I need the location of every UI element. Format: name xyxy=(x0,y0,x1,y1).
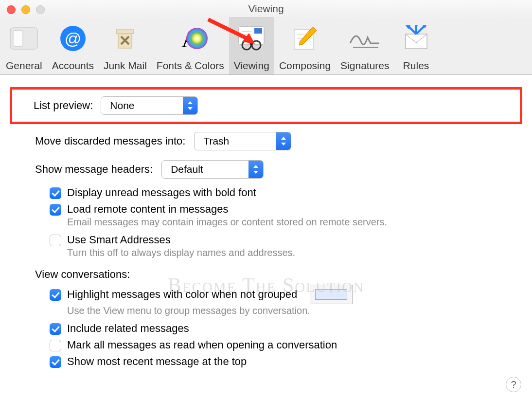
tab-signatures[interactable]: Signatures xyxy=(336,17,394,74)
show-recent-label: Show most recent message at the top xyxy=(67,355,247,368)
svg-rect-11 xyxy=(254,28,262,34)
move-discarded-value: Trash xyxy=(195,135,238,147)
highlight-color-swatch xyxy=(315,289,347,300)
at-sign-icon: @ xyxy=(59,25,87,52)
trash-bin-icon xyxy=(111,25,139,52)
tab-rules[interactable]: Rules xyxy=(394,17,438,74)
list-preview-value: None xyxy=(101,100,143,111)
move-discarded-label: Move discarded messages into: xyxy=(35,135,185,147)
tab-junk-mail[interactable]: Junk Mail xyxy=(99,17,152,74)
display-unread-checkbox[interactable] xyxy=(50,187,61,199)
viewing-glasses-icon xyxy=(237,25,266,52)
svg-rect-1 xyxy=(13,31,23,46)
include-related-label: Include related messages xyxy=(67,322,189,335)
smart-addresses-checkbox[interactable] xyxy=(50,235,61,246)
content-pane: List preview: None Move discarded messag… xyxy=(0,75,532,402)
tab-label: General xyxy=(6,60,42,72)
mark-read-checkbox[interactable] xyxy=(50,340,61,351)
annotation-highlight-box: List preview: None xyxy=(10,87,522,124)
tab-fonts-colors[interactable]: A Fonts & Colors xyxy=(152,17,229,74)
message-headers-select[interactable]: Default xyxy=(161,160,264,179)
highlight-color-well[interactable] xyxy=(310,285,353,304)
tab-label: Accounts xyxy=(52,60,94,72)
svg-rect-5 xyxy=(116,30,134,34)
title-bar: Viewing xyxy=(0,0,532,18)
view-conversations-label: View conversations: xyxy=(35,268,522,281)
tab-composing[interactable]: Composing xyxy=(274,17,336,74)
show-recent-checkbox[interactable] xyxy=(50,356,61,368)
message-headers-label: Show message headers: xyxy=(35,163,153,176)
smart-addresses-label: Use Smart Addresses xyxy=(67,234,171,246)
svg-rect-22 xyxy=(406,34,427,49)
load-remote-label: Load remote content in messages xyxy=(67,203,228,216)
tab-accounts[interactable]: @ Accounts xyxy=(47,17,99,74)
tab-label: Signatures xyxy=(340,60,389,72)
highlight-color-checkbox[interactable] xyxy=(50,289,61,301)
switch-icon xyxy=(8,26,39,51)
tab-label: Junk Mail xyxy=(104,60,147,72)
dropdown-stepper-icon xyxy=(248,161,263,178)
dropdown-stepper-icon xyxy=(276,132,291,150)
include-related-checkbox[interactable] xyxy=(50,323,61,335)
tab-label: Viewing xyxy=(234,60,269,72)
window-title: Viewing xyxy=(0,3,532,15)
signature-icon xyxy=(347,27,382,50)
tab-label: Fonts & Colors xyxy=(157,60,224,72)
message-headers-value: Default xyxy=(162,164,212,175)
load-remote-checkbox[interactable] xyxy=(50,204,61,216)
help-button[interactable]: ? xyxy=(506,377,521,392)
tab-general[interactable]: General xyxy=(1,17,47,74)
list-preview-label: List preview: xyxy=(34,99,93,112)
preferences-toolbar: General @ Accounts Junk Mail A xyxy=(0,18,532,75)
move-discarded-select[interactable]: Trash xyxy=(194,132,291,150)
compose-pencil-icon xyxy=(291,25,319,52)
dropdown-stepper-icon xyxy=(183,97,197,114)
tab-label: Rules xyxy=(403,60,429,72)
tab-label: Composing xyxy=(279,60,331,72)
svg-text:@: @ xyxy=(65,29,82,48)
load-remote-desc: Email messages may contain images or con… xyxy=(67,217,522,228)
smart-addresses-desc: Turn this off to always display names an… xyxy=(67,247,522,258)
fonts-colors-icon: A xyxy=(173,25,208,52)
tab-viewing[interactable]: Viewing xyxy=(229,17,274,74)
highlight-color-label: Highlight messages with color when not g… xyxy=(67,288,297,301)
display-unread-label: Display unread messages with bold font xyxy=(67,186,256,199)
list-preview-select[interactable]: None xyxy=(101,96,198,115)
svg-marker-24 xyxy=(414,25,418,28)
mark-read-label: Mark all messages as read when opening a… xyxy=(67,339,337,351)
envelope-rules-icon xyxy=(402,25,431,52)
highlight-color-desc: Use the View menu to group messages by c… xyxy=(67,305,522,316)
svg-point-9 xyxy=(186,28,208,49)
